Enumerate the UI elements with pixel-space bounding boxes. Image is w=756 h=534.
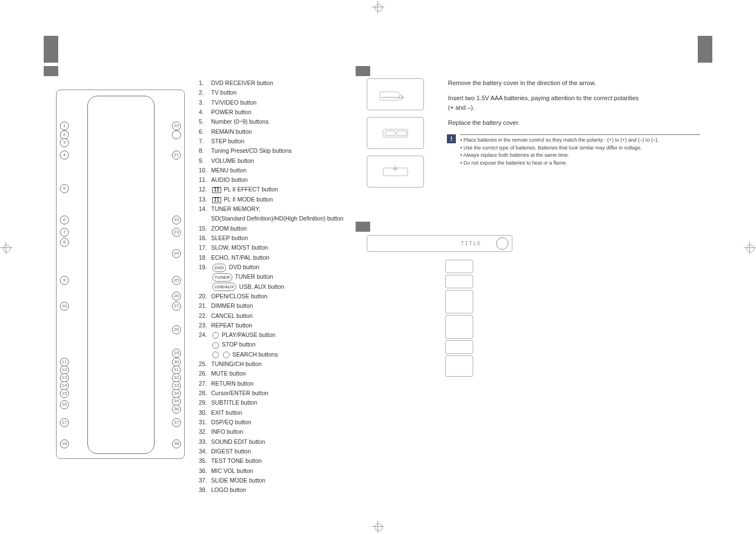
callout-10: 10 <box>60 302 69 311</box>
list-item: 18.ECHO, NT/PAL button <box>199 253 344 263</box>
callout-22: 22 <box>172 216 181 224</box>
callout-38: 38 <box>172 439 181 448</box>
speaker-1 <box>445 260 473 273</box>
list-item: SD(Standard Definition)/HD(High Definiti… <box>199 214 344 223</box>
callout-3: 3 <box>60 138 69 147</box>
page-content: 1 2 3 4 5 6 7 8 9 10 11 12 13 14 15 16 1… <box>45 67 711 481</box>
page-tab-left-1 <box>44 36 58 63</box>
remote-illustration: 1 2 3 4 5 6 7 8 9 10 11 12 13 14 15 16 1… <box>56 90 185 459</box>
callout-15: 15 <box>60 389 69 398</box>
list-item: 38.LOGO button <box>199 485 344 495</box>
list-item: 12.II PL II EFFECT button <box>199 185 344 194</box>
callout-7: 7 <box>60 228 69 237</box>
svg-rect-2 <box>385 131 395 135</box>
callout-5: 5 <box>60 184 69 193</box>
page-tab-right-1 <box>698 36 712 63</box>
callout-37: 37 <box>172 418 181 427</box>
list-item: 3.TV/VIDEO button <box>199 98 344 107</box>
list-item: 28.Cursor/ENTER button <box>199 388 344 398</box>
list-item: TUNER TUNER button <box>199 272 344 282</box>
registration-mark-top <box>372 1 384 13</box>
registration-mark-left <box>0 242 12 254</box>
list-item: 7.STEP button <box>199 137 344 146</box>
callout-24: 24 <box>172 249 181 258</box>
battery-insert-illustration <box>367 117 424 149</box>
list-item: 8.Tuning Preset/CD Skip buttons <box>199 146 344 156</box>
caution-bullet-list: Place batteries in the remote control so… <box>460 134 700 167</box>
list-item: 24. PLAY/PAUSE button <box>199 330 344 340</box>
callout-36: 36 <box>172 405 181 414</box>
speaker-stack <box>445 260 473 377</box>
list-item: 13.II PL II MODE button <box>199 195 344 204</box>
cover-icon <box>379 163 412 180</box>
list-item: 33.SOUND EDIT button <box>199 437 344 447</box>
battery-cover-remove-illustration <box>367 78 424 110</box>
callout-23: 23 <box>172 228 181 237</box>
registration-mark-bottom <box>372 521 384 533</box>
caution-bullet: Do not expose the batteries to heat or a… <box>460 160 700 167</box>
device-illustration: TITLE <box>367 235 591 425</box>
callout-17: 17 <box>60 418 69 427</box>
list-item: 5.Number (0~9) buttons <box>199 117 344 127</box>
callout-18: 18 <box>60 439 69 448</box>
instr-line-3: Replace the battery cover. <box>448 118 700 128</box>
device-knob <box>496 237 508 250</box>
list-item: 32.INFO button <box>199 427 344 437</box>
list-item: 37.SLIDE MODE button <box>199 476 344 485</box>
caution-icon: ! <box>447 134 456 143</box>
callout-25: 25 <box>172 276 181 285</box>
subwoofer <box>445 355 473 377</box>
list-item: 22.CANCEL button <box>199 311 344 321</box>
caution-bullet: Always replace both batteries at the sam… <box>460 152 700 160</box>
list-item: 25.TUNING/CH button <box>199 359 344 369</box>
list-item: 4.POWER button <box>199 107 344 117</box>
callout-4: 4 <box>60 151 69 160</box>
speaker-2 <box>445 275 473 288</box>
caution-block: ! Place batteries in the remote control … <box>448 134 700 167</box>
caution-bullet: Use the correct type of batteries. Batte… <box>460 144 700 152</box>
list-item: 20.OPEN/CLOSE button <box>199 292 344 301</box>
svg-rect-3 <box>396 131 407 135</box>
list-item: 9.VOLUME button <box>199 156 344 166</box>
list-item: USB/AUX USB, AUX button <box>199 282 344 292</box>
list-item: 16.SLEEP button <box>199 233 344 243</box>
speaker-4 <box>445 315 473 339</box>
battery-cover-replace-illustration <box>367 156 424 188</box>
list-item: 34.DIGEST button <box>199 447 344 456</box>
caution-bullet: Place batteries in the remote control so… <box>460 137 700 144</box>
callout-21: 21 <box>172 151 181 160</box>
list-item: 36.MIC VOL button <box>199 466 344 476</box>
list-item: 14.TUNER MEMORY, <box>199 204 344 214</box>
battery-instruction-text: Remove the battery cover in the directio… <box>448 78 700 133</box>
callout-16: 16 <box>60 400 69 409</box>
list-item: 2.TV button <box>199 88 344 97</box>
instr-line-2: Insert two 1.5V AAA batteries, paying at… <box>448 93 700 113</box>
callout-27: 27 <box>172 302 181 311</box>
device-display: TITLE <box>461 241 482 246</box>
list-item: 6.REMAIN button <box>199 127 344 137</box>
instr-line-1: Remove the battery cover in the directio… <box>448 78 700 88</box>
remote-button-list: 1.DVD RECEIVER button2.TV button3.TV/VID… <box>199 78 344 495</box>
list-item: 27.RETURN button <box>199 379 344 388</box>
speaker-3 <box>445 290 473 313</box>
list-item: 35.TEST TONE button <box>199 456 344 466</box>
batteries-icon <box>379 125 412 142</box>
list-item: 11.AUDIO button <box>199 175 344 185</box>
list-item: 10.MENU button <box>199 166 344 175</box>
callout-19: 19 <box>172 121 181 130</box>
list-item: 21.DIMMER button <box>199 301 344 311</box>
speaker-5 <box>445 340 473 354</box>
list-item: 19.DVD DVD button <box>199 263 344 272</box>
battery-illustrations <box>367 78 445 194</box>
device-main-unit: TITLE <box>367 235 512 252</box>
callout-20 <box>172 130 181 139</box>
list-item: 31.DSP/EQ button <box>199 418 344 427</box>
svg-rect-0 <box>380 92 399 100</box>
list-item: 26.MUTE button <box>199 369 344 378</box>
list-item: STOP button <box>199 340 344 349</box>
callout-26: 26 <box>172 292 181 301</box>
remote-body <box>87 96 155 454</box>
callout-8: 8 <box>60 238 69 247</box>
list-item: 23.REPEAT button <box>199 321 344 330</box>
list-item: 1.DVD RECEIVER button <box>199 78 344 88</box>
